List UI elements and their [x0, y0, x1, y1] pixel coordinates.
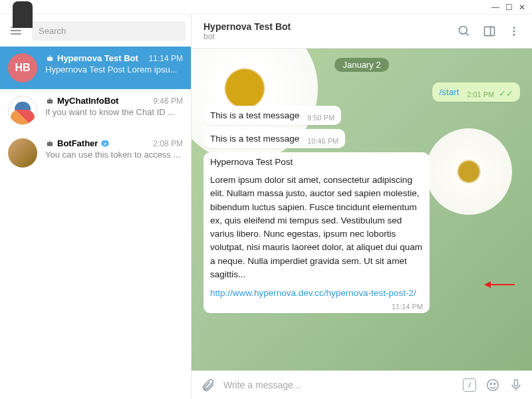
- svg-rect-14: [485, 27, 495, 35]
- chat-subtitle: bot: [203, 32, 291, 41]
- format-icon[interactable]: /: [463, 378, 476, 392]
- emoji-icon[interactable]: [485, 378, 500, 392]
- svg-point-17: [513, 31, 515, 33]
- svg-point-1: [48, 58, 49, 59]
- post-link[interactable]: http://www.hypernova.dev.cc/hypernova-te…: [210, 288, 416, 298]
- window-titlebar: — ☐ ✕: [0, 0, 532, 15]
- sidepanel-icon[interactable]: [483, 25, 496, 38]
- chat-view: Hypernova Test Bot bot January 2 /start …: [192, 15, 532, 399]
- window-maximize-button[interactable]: ☐: [504, 3, 513, 12]
- message-post[interactable]: Hypernova Test Post Lorem ipsum dolor si…: [203, 152, 430, 313]
- chat-name: MyChatInfoBot: [57, 96, 118, 106]
- avatar: [8, 96, 37, 125]
- read-checks-icon: ✓✓: [499, 88, 513, 98]
- chat-time: 2:08 PM: [153, 139, 183, 148]
- bot-icon: [45, 139, 55, 148]
- svg-line-13: [466, 33, 469, 36]
- post-body: Lorem ipsum dolor sit amet, consectetur …: [210, 174, 423, 281]
- svg-rect-0: [47, 57, 53, 61]
- svg-point-16: [513, 27, 515, 29]
- chat-name: BotFather: [57, 138, 98, 148]
- message-incoming[interactable]: This is a test message 9:50 PM: [203, 106, 341, 125]
- message-time: 2:01 PM: [467, 90, 494, 98]
- date-badge: January 2: [334, 58, 388, 72]
- svg-point-10: [51, 143, 52, 144]
- chat-item-botfather[interactable]: BotFather 2:08 PM You can use this token…: [0, 132, 191, 174]
- chat-item-hypernova[interactable]: HB Hypernova Test Bot 11:14 PM Hypernova…: [0, 47, 191, 89]
- message-incoming[interactable]: This is a test message 10:46 PM: [203, 129, 345, 148]
- message-outgoing[interactable]: /start 2:01 PM ✓✓: [432, 82, 520, 102]
- message-text: This is a test message: [210, 110, 299, 120]
- sidebar: Search HB Hypernova Test Bot 11:14 PM Hy…: [0, 15, 192, 399]
- svg-rect-4: [47, 99, 53, 103]
- message-text: /start: [439, 87, 459, 97]
- svg-point-6: [51, 100, 52, 102]
- svg-point-5: [48, 100, 49, 102]
- svg-rect-11: [49, 140, 50, 142]
- verified-icon: [100, 139, 110, 148]
- message-time: 11:14 PM: [392, 303, 423, 311]
- messages-area[interactable]: January 2 /start 2:01 PM ✓✓ This is a te…: [192, 49, 532, 370]
- avatar: HB: [8, 53, 37, 82]
- svg-rect-24: [515, 380, 518, 386]
- chat-header: Hypernova Test Bot bot: [192, 15, 532, 49]
- post-title: Hypernova Test Post: [210, 157, 423, 167]
- message-text: This is a test message: [210, 134, 299, 144]
- chat-name: Hypernova Test Bot: [57, 53, 138, 63]
- svg-point-12: [460, 27, 467, 35]
- search-input[interactable]: Search: [32, 21, 186, 41]
- svg-point-22: [490, 383, 491, 384]
- svg-point-9: [48, 143, 49, 144]
- chat-list: HB Hypernova Test Bot 11:14 PM Hypernova…: [0, 47, 191, 399]
- svg-rect-7: [49, 98, 50, 99]
- bot-icon: [45, 96, 55, 106]
- svg-rect-3: [49, 55, 50, 57]
- svg-rect-8: [47, 142, 53, 146]
- message-time: 10:46 PM: [307, 137, 338, 145]
- svg-point-2: [51, 58, 52, 59]
- chat-item-mychatinfobot[interactable]: MyChatInfoBot 9:46 PM If you want to kno…: [0, 89, 191, 132]
- more-icon[interactable]: [508, 25, 520, 37]
- message-time: 9:50 PM: [307, 114, 334, 122]
- chat-preview: If you want to know the Chat ID ...: [45, 107, 183, 117]
- microphone-icon[interactable]: [509, 378, 523, 392]
- svg-point-18: [513, 34, 515, 36]
- message-composer: Write a message... /: [192, 370, 532, 399]
- window-close-button[interactable]: ✕: [517, 3, 527, 12]
- chat-preview: Hypernova Test Post Lorem ipsu...: [45, 65, 183, 74]
- chat-title[interactable]: Hypernova Test Bot: [203, 21, 291, 32]
- search-icon[interactable]: [458, 25, 471, 38]
- svg-point-21: [487, 380, 499, 391]
- chat-preview: You can use this token to access ...: [45, 150, 183, 160]
- bot-icon: [45, 54, 55, 63]
- chat-time: 9:46 PM: [153, 96, 183, 106]
- window-minimize-button[interactable]: —: [491, 3, 500, 12]
- chat-time: 11:14 PM: [149, 54, 183, 63]
- attach-icon[interactable]: [201, 378, 215, 392]
- avatar: [8, 138, 37, 168]
- message-input[interactable]: Write a message...: [223, 380, 455, 390]
- svg-point-23: [494, 383, 495, 384]
